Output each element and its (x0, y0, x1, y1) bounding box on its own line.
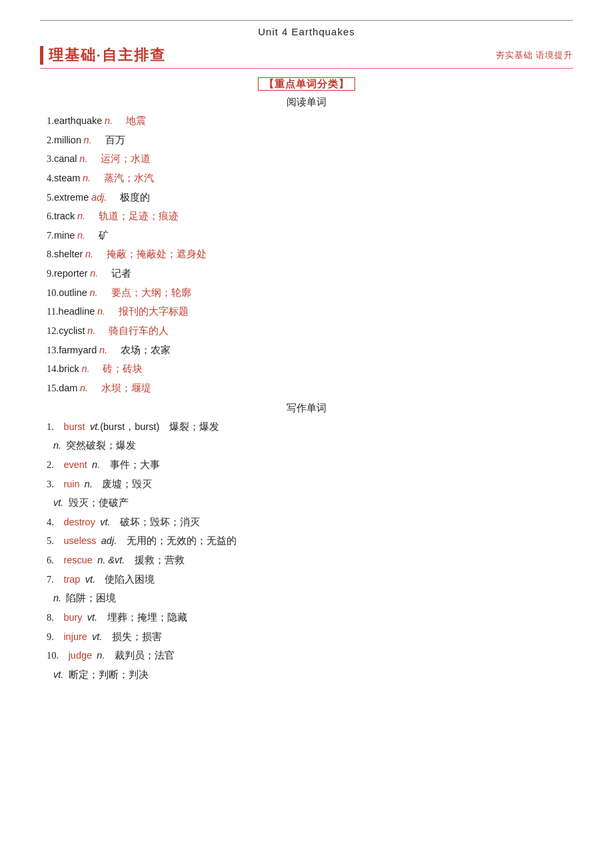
word-cn: 记者 (111, 268, 131, 279)
word-en: earthquake (54, 115, 103, 126)
word-num: 5. (47, 535, 54, 546)
word-cn: 地震 (126, 115, 146, 126)
list-item: 10. judge n. 裁判员；法官 (47, 647, 566, 664)
word-pos: n. (77, 230, 85, 241)
word-en: mine (54, 230, 75, 241)
word-en: injure (63, 631, 87, 642)
list-item: 1. burst vt.(burst，burst) 爆裂；爆发 (47, 419, 566, 435)
category-title-text: 【重点单词分类】 (258, 77, 355, 91)
word-cn: 报刊的大字标题 (119, 306, 189, 317)
word-pos: vt. (92, 631, 102, 642)
word-pos: vt. (100, 517, 110, 527)
word-en: ruin (63, 479, 79, 489)
word-cn: 砖；砖块 (103, 363, 143, 374)
word-pos: adj. (101, 535, 117, 546)
list-item: 8.shelter n.掩蔽；掩蔽处；遮身处 (47, 246, 566, 263)
word-num: 7. (47, 230, 54, 241)
section-subtitle: 夯实基础 语境提升 (496, 49, 573, 61)
word-cn: 损失；损害 (112, 631, 162, 642)
word-num: 4. (47, 517, 54, 527)
word-num: 12. (47, 325, 59, 336)
word-num: 10. (47, 650, 59, 661)
word-pos: n. (87, 325, 95, 336)
word-pos: adj. (91, 192, 107, 203)
list-item: 5.extreme adj.极度的 (47, 189, 566, 206)
word-pos: n. (53, 593, 61, 603)
word-en: useless (63, 535, 96, 546)
list-item: 2. event n. 事件；大事 (47, 457, 566, 473)
word-en: cyclist (59, 325, 85, 336)
word-pos: n. (85, 479, 93, 489)
word-cn: 水坝；堰堤 (101, 383, 151, 393)
word-pos: n. &vt. (97, 555, 125, 565)
word-cn: 废墟；毁灭 (102, 479, 152, 489)
writing-words-title: 写作单词 (40, 402, 573, 415)
word-cn: 毁灭；使破产 (69, 497, 129, 508)
word-cn: 无用的；无效的；无益的 (127, 535, 237, 546)
word-en: dam (59, 383, 77, 393)
word-num: 14. (47, 363, 59, 374)
word-num: 6. (47, 555, 54, 565)
writing-word-list: 1. burst vt.(burst，burst) 爆裂；爆发n. 突然破裂；爆… (40, 419, 573, 683)
category-title: 【重点单词分类】 (40, 78, 573, 91)
word-en: track (54, 211, 75, 221)
list-item: vt. 毁灭；使破产 (53, 495, 566, 511)
word-cn: 矿 (99, 230, 109, 241)
list-item: 4.steam n.蒸汽；水汽 (47, 170, 566, 187)
word-pos: n. (90, 268, 98, 279)
word-num: 2. (47, 459, 54, 470)
page: Unit 4 Earthquakes 理基础·自主排查 夯实基础 语境提升 【重… (0, 0, 613, 868)
word-pos: n. (79, 153, 87, 164)
word-en: trap (63, 574, 80, 585)
word-cn: 陷阱；困境 (66, 593, 116, 603)
word-num: 13. (47, 345, 59, 355)
word-cn: 蒸汽；水汽 (104, 173, 154, 183)
list-item: 1.earthquake n.地震 (47, 113, 566, 129)
word-num: 11. (47, 306, 59, 317)
list-item: 14.brick n.砖；砖块 (47, 361, 566, 377)
list-item: 9. injure vt. 损失；损害 (47, 629, 566, 645)
word-num: 10. (47, 287, 59, 298)
word-en: outline (59, 287, 87, 298)
word-cn: 掩蔽；掩蔽处；遮身处 (107, 249, 207, 259)
word-extra: (burst，burst) (100, 421, 159, 432)
word-pos: vt. (87, 612, 97, 623)
word-en: burst (63, 421, 85, 432)
word-num: 15. (47, 383, 59, 393)
word-pos: vt. (53, 669, 63, 680)
word-cn: 百万 (105, 135, 125, 145)
section-header: 理基础·自主排查 夯实基础 语境提升 (40, 45, 573, 69)
word-num: 9. (47, 268, 54, 279)
list-item: 11.headline n.报刊的大字标题 (47, 303, 566, 320)
list-item: 4. destroy vt. 破坏；毁坏；消灭 (47, 514, 566, 531)
word-cn: 突然破裂；爆发 (66, 440, 136, 451)
word-cn: 破坏；毁坏；消灭 (120, 517, 200, 527)
list-item: n. 突然破裂；爆发 (53, 437, 566, 454)
word-pos: n. (105, 115, 113, 126)
word-cn: 裁判员；法官 (115, 650, 175, 661)
word-num: 5. (47, 192, 54, 203)
word-num: 8. (47, 612, 54, 623)
word-num: 8. (47, 249, 54, 259)
list-item: 3. ruin n. 废墟；毁灭 (47, 476, 566, 493)
word-num: 4. (47, 173, 54, 183)
word-pos: n. (53, 440, 61, 451)
word-cn: 援救；营救 (135, 555, 185, 565)
word-pos: n. (85, 249, 93, 259)
word-cn: 爆裂；爆发 (169, 421, 219, 432)
word-cn: 极度的 (120, 192, 150, 203)
word-cn: 运河；水道 (101, 153, 151, 164)
list-item: 2.million n.百万 (47, 132, 566, 149)
word-num: 7. (47, 574, 54, 585)
top-divider (40, 20, 573, 21)
word-pos: n. (92, 459, 100, 470)
word-pos: n. (77, 211, 85, 221)
word-pos: vt. (85, 574, 95, 585)
word-pos: vt. (53, 497, 63, 508)
word-num: 6. (47, 211, 54, 221)
section-title-text: 理基础·自主排查 (49, 45, 166, 65)
word-cn: 埋葬；掩埋；隐藏 (107, 612, 187, 623)
list-item: n. 陷阱；困境 (53, 590, 566, 607)
word-en: steam (54, 173, 81, 183)
word-num: 1. (47, 421, 54, 432)
